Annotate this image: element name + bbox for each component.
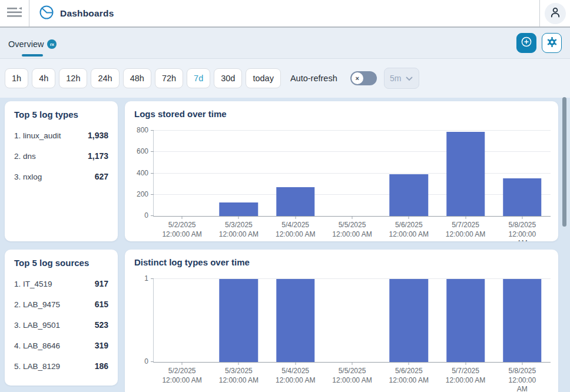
log-types-list: 1. linux_audit1,9382. dns1,1733. nxlog62…: [14, 131, 108, 181]
x-axis-tick-mark: [182, 216, 183, 219]
stat-value: 615: [95, 300, 108, 309]
refresh-interval-select[interactable]: 5m: [384, 68, 419, 89]
x-axis-tick-mark: [465, 362, 466, 365]
bar-5/6/2025[interactable]: [390, 279, 428, 362]
grid-line: [154, 151, 551, 152]
dashboard-content: Top 5 log types 1. linux_audit1,9382. dn…: [0, 98, 570, 392]
toggle-knob-off-icon: ×: [352, 72, 363, 84]
x-axis-tick-mark: [295, 362, 296, 365]
x-axis-tick-mark: [182, 362, 183, 365]
bar-5/8/2025[interactable]: [503, 279, 541, 362]
y-axis-tick-mark: [151, 278, 154, 279]
stat-row: 4. LAB_8646319: [14, 341, 108, 350]
timerange-button-7d[interactable]: 7d: [187, 68, 210, 88]
grid-line: [154, 173, 551, 174]
app-header: Dashboards: [0, 0, 570, 28]
chart-plot-area: 02004006008005/2/2025 12:00:00 AM5/3/202…: [153, 131, 551, 217]
timerange-button-4h[interactable]: 4h: [32, 68, 55, 88]
grid-line: [154, 278, 551, 279]
bar-5/7/2025[interactable]: [446, 279, 485, 362]
card-title: Distinct log types over time: [134, 257, 551, 267]
y-axis-tick-label: 800: [137, 126, 148, 134]
bar-5/7/2025[interactable]: [446, 132, 485, 216]
y-axis-tick-label: 0: [144, 211, 148, 220]
bar-5/4/2025[interactable]: [276, 187, 314, 216]
card-title: Logs stored over time: [134, 109, 551, 119]
x-axis-tick-mark: [238, 216, 239, 219]
bar-5/6/2025[interactable]: [390, 174, 428, 216]
bar-5/4/2025[interactable]: [276, 279, 314, 362]
distinct-log-types-chart-card: Distinct log types over time 015/2/2025 …: [125, 250, 558, 392]
x-axis-tick-mark: [295, 216, 296, 219]
refresh-interval-value: 5m: [390, 74, 401, 83]
grid-line: [154, 130, 551, 131]
autorefresh-label: Auto-refresh: [290, 74, 337, 83]
chart-plot-area: 015/2/2025 12:00:00 AM5/3/2025 12:00:00 …: [153, 279, 551, 363]
stat-row: 3. LAB_9501523: [14, 320, 108, 330]
y-axis-tick-label: 600: [137, 147, 148, 155]
y-axis-tick-mark: [151, 215, 154, 216]
y-axis-tick-mark: [151, 130, 154, 131]
distinct-log-types-bar-chart: 015/2/2025 12:00:00 AM5/3/2025 12:00:00 …: [134, 279, 551, 363]
chevron-down-icon: [406, 74, 413, 83]
y-axis-tick-mark: [151, 361, 154, 362]
timerange-button-72h[interactable]: 72h: [155, 68, 183, 88]
stat-label: 4. LAB_8646: [14, 341, 60, 350]
timerange-button-30d[interactable]: 30d: [214, 68, 242, 88]
x-axis-tick-mark: [238, 362, 239, 365]
stat-label: 3. LAB_9501: [14, 321, 60, 330]
x-axis-tick-mark: [522, 216, 522, 219]
tab-overview-badge: rx: [47, 39, 57, 49]
x-axis-tick-label: 5/2/2025 12:00:00 AM: [162, 367, 201, 385]
active-tab-underline: [22, 54, 43, 57]
x-axis-tick-label: 5/4/2025 12:00:00 AM: [276, 367, 315, 385]
plus-circle-icon: [521, 36, 532, 50]
dashboard-settings-button[interactable]: [542, 33, 562, 53]
user-menu-button[interactable]: [545, 3, 566, 24]
sidebar-toggle-button[interactable]: [0, 0, 29, 26]
timerange-button-12h[interactable]: 12h: [59, 68, 87, 88]
autorefresh-toggle[interactable]: ×: [350, 71, 377, 85]
logs-stored-bar-chart: 02004006008005/2/2025 12:00:00 AM5/3/202…: [134, 131, 551, 217]
stat-value: 917: [95, 279, 108, 288]
x-axis-tick-label: 5/5/2025 12:00:00 AM: [332, 221, 372, 239]
x-axis-tick-label: 5/3/2025 12:00:00 AM: [219, 221, 259, 239]
grid-line: [154, 194, 551, 195]
y-axis-tick-mark: [151, 194, 154, 195]
stat-row: 1. IT_4519917: [14, 279, 108, 288]
x-axis-tick-label: 5/7/2025 12:00:00 AM: [446, 367, 485, 385]
tab-overview-label: Overview: [8, 37, 44, 49]
stat-label: 1. linux_audit: [14, 131, 61, 140]
x-axis-tick-label: 5/7/2025 12:00:00 AM: [446, 221, 485, 239]
stat-row: 3. nxlog627: [14, 172, 108, 181]
timerange-button-48h[interactable]: 48h: [123, 68, 151, 88]
timerange-controls: 1h4h12h24h48h72h7d30dtoday Auto-refresh …: [0, 59, 570, 98]
x-axis-tick-label: 5/5/2025 12:00:00 AM: [332, 367, 372, 385]
pie-chart-icon: [39, 5, 54, 22]
y-axis-tick-mark: [151, 151, 154, 152]
stat-label: 5. LAB_8129: [14, 362, 60, 371]
tab-overview[interactable]: Overview rx: [7, 28, 58, 58]
page-title: Dashboards: [60, 8, 114, 19]
card-title: Top 5 log types: [14, 109, 108, 119]
x-axis-tick-label: 5/8/2025 12:00:00 AM: [508, 221, 536, 241]
timerange-button-24h[interactable]: 24h: [91, 68, 119, 88]
bar-5/3/2025[interactable]: [220, 279, 258, 362]
bar-5/3/2025[interactable]: [220, 202, 258, 216]
log-sources-list: 1. IT_45199172. LAB_94756153. LAB_950152…: [14, 279, 108, 371]
stat-row: 5. LAB_8129186: [14, 361, 108, 371]
stat-label: 3. nxlog: [14, 172, 42, 181]
bar-5/8/2025[interactable]: [503, 178, 541, 216]
x-axis-tick-mark: [409, 362, 409, 365]
x-axis-tick-mark: [522, 362, 522, 365]
user-icon: [549, 6, 561, 21]
page-scrollbar-thumb[interactable]: [562, 97, 566, 227]
stat-value: 1,938: [88, 131, 108, 140]
x-axis-tick-mark: [352, 216, 353, 219]
stat-label: 2. LAB_9475: [14, 300, 60, 309]
add-widget-button[interactable]: [516, 33, 536, 53]
timerange-button-today[interactable]: today: [246, 68, 280, 88]
timerange-button-1h[interactable]: 1h: [5, 68, 28, 88]
dashboards-brand[interactable]: Dashboards: [29, 0, 539, 26]
y-axis-tick-label: 400: [137, 169, 148, 177]
